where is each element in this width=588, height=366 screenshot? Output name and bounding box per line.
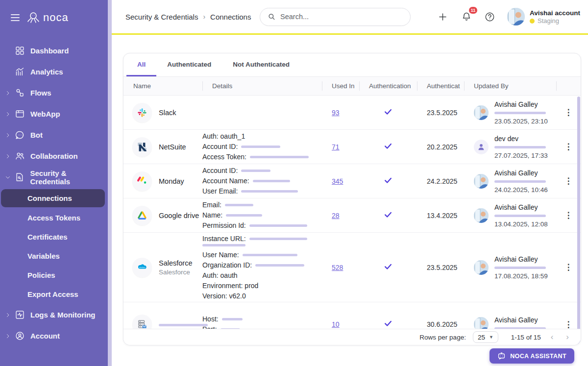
- used-in-link[interactable]: 345: [332, 177, 343, 185]
- cell-authentication: [359, 319, 417, 330]
- sidebar-item-analytics[interactable]: Analytics: [0, 61, 108, 82]
- sidebar-subitem-variables[interactable]: Variables: [1, 247, 105, 265]
- tab-all[interactable]: All: [126, 53, 156, 76]
- notifications-button[interactable]: 11: [460, 10, 473, 23]
- sidebar-item-label: WebApp: [30, 110, 60, 118]
- table-header: NameDetailsUsed InAuthenticationAuthenti…: [123, 77, 581, 96]
- collaboration-icon: [13, 151, 26, 161]
- sidebar-item-flows[interactable]: Flows: [0, 82, 108, 103]
- breadcrumb-item-parent[interactable]: Security & Credentials: [125, 13, 198, 21]
- add-button[interactable]: [437, 10, 449, 23]
- updated-by-name: Avishai Galley: [494, 169, 548, 177]
- cell-authentication-date: 24.2.2025: [417, 177, 464, 185]
- connection-name: [159, 320, 208, 328]
- used-in-link[interactable]: 528: [332, 264, 343, 271]
- connection-subtitle: Salesforce: [159, 268, 193, 276]
- cell-name: Google drive: [123, 206, 202, 225]
- sidebar-subitem-certificates[interactable]: Certificates: [1, 228, 105, 245]
- updated-by-name: Avishai Galley: [494, 316, 546, 324]
- cell-name: NetSuite: [123, 137, 202, 157]
- detail-line: Environment: prod: [202, 281, 318, 291]
- connection-name: SalesforceSalesforce: [159, 259, 193, 276]
- table-row[interactable]: NetSuiteAuth: oauth_1Account ID:Access T…: [123, 130, 581, 164]
- monday-icon: [132, 171, 152, 191]
- person-icon: [474, 140, 489, 154]
- redacted-value-bar: [226, 214, 262, 217]
- notification-badge: 11: [469, 7, 477, 14]
- detail-line: Version: v62.0: [202, 291, 318, 301]
- flows-icon: [13, 88, 26, 98]
- cell-used-in: 28: [322, 211, 359, 220]
- tab-authenticated[interactable]: Authenticated: [156, 53, 222, 76]
- table-row[interactable]: salesforceSalesforceSalesforceInstance U…: [123, 233, 581, 302]
- detail-line: Host:: [202, 314, 318, 324]
- used-in-link[interactable]: 10: [332, 320, 340, 328]
- detail-line: Auth: oauth: [202, 270, 318, 281]
- next-page-button[interactable]: ›: [563, 332, 572, 342]
- sidebar-item-collaboration[interactable]: Collaboration: [0, 146, 108, 167]
- table-body: Slack9323.5.2025Avishai Galley23.05.2025…: [123, 96, 581, 345]
- connection-name: Google drive: [159, 212, 199, 220]
- sidebar-item-label: Analytics: [30, 68, 63, 76]
- cell-used-in: 528: [322, 263, 359, 272]
- sidebar-subitem-connections[interactable]: Connections: [1, 189, 105, 207]
- updated-by-name: Avishai Galley: [494, 100, 548, 108]
- account-menu[interactable]: Avishai account Staging: [507, 8, 580, 25]
- topbar: Security & Credentials › Connections: [112, 0, 588, 33]
- sidebar-item-dashboard[interactable]: Dashboard: [0, 40, 108, 61]
- redacted-value-bar: [494, 180, 546, 183]
- sidebar-subitem-policies[interactable]: Policies: [1, 266, 105, 284]
- previous-page-button[interactable]: ‹: [548, 332, 557, 342]
- table-row[interactable]: Slack9323.5.2025Avishai Galley23.05.2025…: [123, 96, 581, 130]
- redacted-value-bar: [494, 215, 546, 217]
- user-photo-avatar: [474, 105, 489, 120]
- used-in-link[interactable]: 28: [332, 212, 340, 220]
- noca-assistant-button[interactable]: NOCA ASSISTANT: [490, 348, 574, 364]
- breadcrumb-item-current[interactable]: Connections: [210, 13, 251, 21]
- chevron-right-icon: [0, 312, 13, 318]
- table-row[interactable]: MondayAccount ID:Account Name:User Email…: [123, 164, 581, 198]
- noca-logo: noca: [26, 11, 69, 24]
- sidebar-item-logs-monitoring[interactable]: Logs & Monitoring: [0, 304, 108, 325]
- cell-details: Instance URL:User Name:Organization ID:A…: [202, 234, 322, 301]
- user-photo-avatar: [474, 174, 489, 189]
- cell-authentication: [359, 107, 417, 118]
- question-icon: [485, 12, 495, 22]
- tabs: AllAuthenticatedNot Authenticated: [123, 53, 581, 77]
- assistant-bot-icon: [497, 352, 506, 360]
- search-box[interactable]: [260, 8, 411, 26]
- table-scrollbar[interactable]: [577, 97, 580, 344]
- rows-per-page-select[interactable]: 25 ▼: [473, 331, 498, 343]
- sidebar-item-security-credentials[interactable]: Security & Credentials: [0, 167, 108, 188]
- sidebar-scrollbar[interactable]: [108, 0, 112, 366]
- salesforce-icon: salesforce: [132, 258, 152, 277]
- check-icon: [384, 142, 392, 152]
- table-row[interactable]: Google driveEmail:Name:Permission Id:281…: [123, 198, 581, 233]
- sidebar-subitem-access-tokens[interactable]: Access Tokens: [1, 209, 105, 226]
- check-icon: [384, 210, 392, 221]
- search-input[interactable]: [280, 13, 402, 21]
- column-header-authentication: Authentication: [359, 77, 417, 95]
- sidebar-item-bot[interactable]: Bot: [0, 124, 108, 146]
- detail-line: Account Name:: [202, 176, 318, 186]
- detail-line: Organization ID:: [202, 260, 318, 270]
- used-in-link[interactable]: 71: [332, 143, 340, 151]
- updated-by-date: 23.05.2025, 23:10: [494, 118, 548, 125]
- help-button[interactable]: [484, 10, 496, 23]
- cell-authentication-date: 23.5.2025: [417, 264, 464, 271]
- sidebar-item-label: Logs & Monitoring: [30, 311, 95, 319]
- cell-authentication-date: 30.6.2025: [417, 320, 464, 328]
- sidebar-item-label: Bot: [30, 131, 43, 139]
- sidebar-item-webapp[interactable]: WebApp: [0, 103, 108, 124]
- tab-not-authenticated[interactable]: Not Authenticated: [222, 53, 300, 76]
- hamburger-menu-icon[interactable]: [11, 14, 20, 21]
- chevron-down-icon: ▼: [489, 335, 493, 340]
- detail-line: Auth: oauth_1: [202, 131, 318, 142]
- webapp-icon: [13, 109, 26, 119]
- redacted-value-bar: [202, 244, 245, 246]
- sidebar-item-account[interactable]: Account: [0, 325, 108, 346]
- sidebar-subitem-export-access[interactable]: Export Access: [1, 285, 105, 303]
- cell-used-in: 71: [322, 143, 359, 151]
- sidebar-subitem-label: Access Tokens: [27, 214, 80, 222]
- used-in-link[interactable]: 93: [332, 109, 340, 117]
